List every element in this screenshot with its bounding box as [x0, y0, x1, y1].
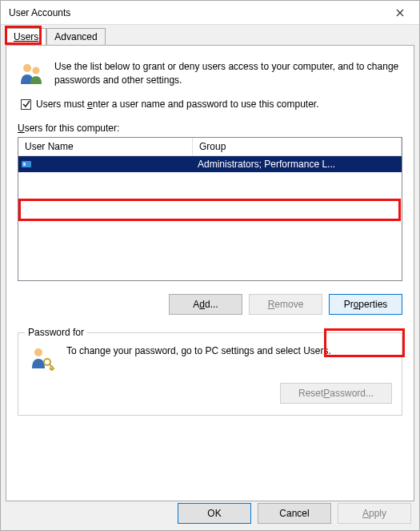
window-title: User Accounts [9, 7, 382, 18]
password-legend: Password for [25, 327, 87, 338]
require-password-label: Users must enter a user name and passwor… [36, 99, 319, 110]
add-button[interactable]: Add... [169, 294, 242, 315]
user-row-icon [20, 159, 33, 170]
password-text: To change your password, go to PC settin… [66, 344, 331, 358]
close-button[interactable] [382, 2, 418, 24]
svg-point-0 [23, 64, 31, 72]
tab-advanced[interactable]: Advanced [46, 28, 105, 46]
tab-strip: Users Advanced [1, 26, 419, 45]
table-row[interactable]: Administrators; Performance L... [18, 156, 402, 172]
tab-users[interactable]: Users [6, 28, 46, 46]
intro-text: Use the list below to grant or deny user… [54, 60, 402, 87]
password-groupbox: Password for To change your password, go… [18, 332, 402, 416]
title-bar: User Accounts [1, 1, 419, 25]
key-user-icon [28, 344, 55, 372]
remove-button: Remove [249, 294, 322, 315]
list-header: User Name Group [18, 138, 402, 156]
users-listview[interactable]: User Name Group Administrators; Performa… [18, 137, 402, 281]
column-header-username[interactable]: User Name [18, 138, 193, 155]
svg-point-1 [33, 67, 40, 74]
require-password-checkbox[interactable]: Users must enter a user name and passwor… [21, 99, 402, 110]
apply-button: Apply [338, 503, 411, 524]
svg-point-4 [34, 348, 42, 356]
user-buttons-row: Add... Remove Properties [18, 294, 402, 315]
column-header-group[interactable]: Group [193, 138, 402, 155]
cancel-button[interactable]: Cancel [258, 503, 331, 524]
cell-username [33, 162, 193, 167]
ok-button[interactable]: OK [178, 503, 251, 524]
users-list-label: Users for this computer: [18, 123, 402, 134]
users-icon [18, 60, 45, 87]
cell-group: Administrators; Performance L... [193, 156, 402, 172]
tab-panel-users: Use the list below to grant or deny user… [6, 45, 414, 501]
svg-point-5 [44, 359, 50, 365]
svg-rect-3 [23, 163, 26, 166]
properties-button[interactable]: Properties [329, 294, 402, 315]
dialog-buttons: OK Cancel Apply [178, 503, 411, 524]
checkbox-icon [21, 99, 31, 110]
close-icon [396, 9, 404, 17]
svg-rect-2 [22, 161, 31, 167]
reset-password-button: Reset Password... [280, 383, 392, 404]
user-accounts-dialog: User Accounts Users Advanced Use the lis… [0, 0, 420, 531]
